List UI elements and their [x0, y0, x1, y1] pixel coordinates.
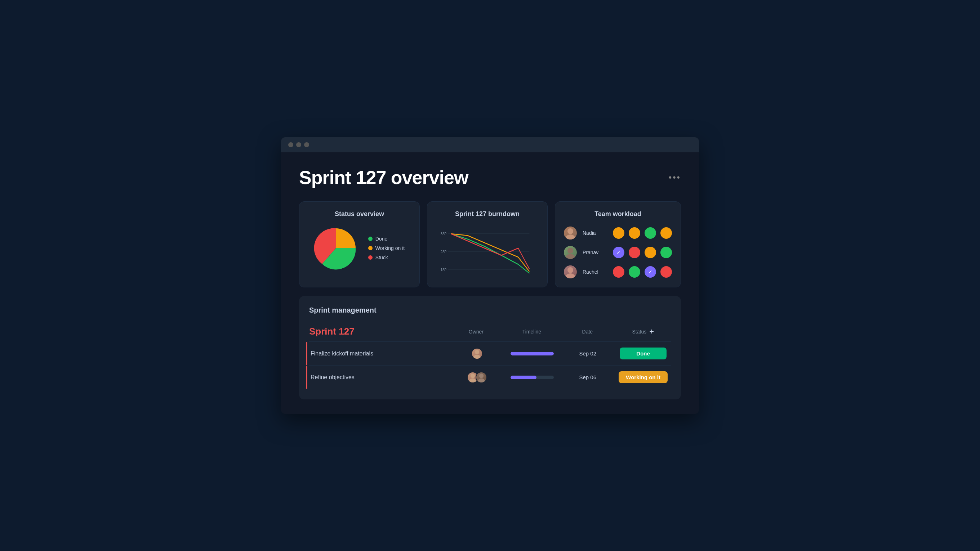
sprint-management-section: Sprint management Sprint 127 Owner Timel…: [299, 296, 681, 399]
pie-chart: [314, 227, 357, 270]
window-dot-yellow: [296, 142, 301, 147]
task-row-1: Refine objectives: [309, 365, 671, 389]
svg-point-9: [566, 254, 575, 259]
team-workload-title: Team workload: [564, 210, 672, 218]
task-status-1: Working on it: [616, 371, 671, 383]
team-row-rachel: Rachel ✓: [564, 265, 672, 278]
team-row-pranav: Pranav ✓: [564, 246, 672, 259]
col-owner: Owner: [448, 329, 504, 335]
member-name-nadia: Nadia: [582, 230, 604, 236]
timeline-bar-0: [511, 352, 554, 356]
app-window: Sprint 127 overview ••• Status overview: [281, 137, 699, 414]
svg-point-8: [568, 248, 573, 254]
svg-point-6: [568, 228, 573, 234]
legend-done: Done: [368, 236, 405, 241]
svg-point-16: [479, 373, 483, 378]
timeline-bar-1: [511, 376, 554, 379]
sprint-label: Sprint 127: [309, 326, 448, 337]
page-title: Sprint 127 overview: [299, 167, 468, 188]
rachel-dot-1: [613, 266, 624, 278]
svg-point-11: [566, 273, 575, 278]
owner-avatar-0-0: [471, 348, 483, 359]
svg-text:1SP: 1SP: [441, 268, 447, 272]
team-grid: Nadia: [564, 227, 672, 278]
sprint-header: Sprint 127 Owner Timeline Date Status +: [309, 322, 671, 342]
nadia-dot-1: [613, 227, 624, 239]
svg-point-13: [473, 354, 480, 359]
pranav-dot-4: [660, 247, 672, 258]
legend-label-working: Working on it: [375, 245, 405, 251]
col-status: Status +: [616, 327, 671, 337]
status-badge-0: Done: [620, 348, 667, 359]
pranav-status-dots: ✓: [613, 247, 672, 258]
status-overview-card: Status overview: [299, 201, 420, 287]
task-timeline-0: [504, 352, 560, 356]
avatar-pranav: [564, 246, 577, 259]
team-workload-card: Team workload Nadia: [555, 201, 681, 287]
burndown-title: Sprint 127 burndown: [436, 210, 539, 218]
rachel-status-dots: ✓: [613, 266, 672, 278]
window-dot-red: [288, 142, 293, 147]
svg-point-12: [474, 350, 479, 354]
burndown-card: Sprint 127 burndown 3SP 2SP 1SP: [427, 201, 548, 287]
svg-point-17: [478, 378, 485, 383]
svg-text:3SP: 3SP: [441, 232, 447, 236]
legend-label-stuck: Stuck: [375, 255, 388, 260]
avatar-nadia: [564, 227, 577, 240]
owner-avatars-0: [471, 348, 483, 359]
member-name-pranav: Pranav: [582, 249, 604, 255]
svg-text:2SP: 2SP: [441, 249, 447, 254]
col-timeline: Timeline: [504, 329, 560, 335]
svg-point-7: [566, 235, 575, 240]
team-row-nadia: Nadia: [564, 227, 672, 240]
cards-row: Status overview: [299, 201, 681, 287]
titlebar: [281, 137, 699, 152]
col-date: Date: [560, 329, 615, 335]
task-row-0: Finalize kickoff materials: [309, 342, 671, 365]
status-card-inner: Done Working on it Stuck: [308, 227, 411, 270]
pranav-dot-2: [629, 247, 640, 258]
task-name-0: Finalize kickoff materials: [309, 350, 449, 357]
svg-point-15: [469, 378, 476, 383]
svg-point-14: [470, 373, 474, 378]
rachel-dot-3: ✓: [644, 266, 656, 278]
status-badge-1: Working on it: [619, 371, 668, 383]
rachel-dot-2: [629, 266, 640, 278]
nadia-dot-3: [644, 227, 656, 239]
task-status-0: Done: [616, 348, 671, 359]
status-legend: Done Working on it Stuck: [368, 236, 405, 260]
svg-point-10: [568, 267, 573, 273]
status-overview-title: Status overview: [308, 210, 411, 218]
owner-avatar-1-1: [476, 372, 487, 383]
timeline-fill-0: [511, 352, 554, 356]
burndown-chart: 3SP 2SP 1SP: [436, 227, 539, 277]
legend-dot-working: [368, 246, 372, 250]
sprint-management-title: Sprint management: [309, 306, 671, 314]
add-task-button[interactable]: +: [649, 327, 654, 337]
owner-avatars-1: [467, 372, 487, 383]
nadia-dot-4: [660, 227, 672, 239]
rachel-dot-4: [660, 266, 672, 278]
member-name-rachel: Rachel: [582, 269, 604, 275]
nadia-dot-2: [629, 227, 640, 239]
task-date-0: Sep 02: [560, 350, 616, 357]
legend-dot-stuck: [368, 255, 372, 260]
task-owner-0: [449, 348, 505, 359]
legend-dot-done: [368, 237, 372, 241]
avatar-rachel: [564, 265, 577, 278]
legend-stuck: Stuck: [368, 255, 405, 260]
legend-working: Working on it: [368, 245, 405, 251]
task-timeline-1: [504, 376, 560, 379]
legend-label-done: Done: [375, 236, 387, 241]
pranav-dot-3: [644, 247, 656, 258]
task-date-1: Sep 06: [560, 374, 616, 380]
main-content: Sprint 127 overview ••• Status overview: [281, 152, 699, 414]
task-owner-1: [449, 372, 505, 383]
pranav-dot-1: ✓: [613, 247, 624, 258]
page-header: Sprint 127 overview •••: [299, 167, 681, 188]
window-dot-green: [304, 142, 309, 147]
timeline-fill-1: [511, 376, 536, 379]
nadia-status-dots: [613, 227, 672, 239]
task-name-1: Refine objectives: [309, 374, 449, 381]
more-options-button[interactable]: •••: [669, 173, 681, 183]
